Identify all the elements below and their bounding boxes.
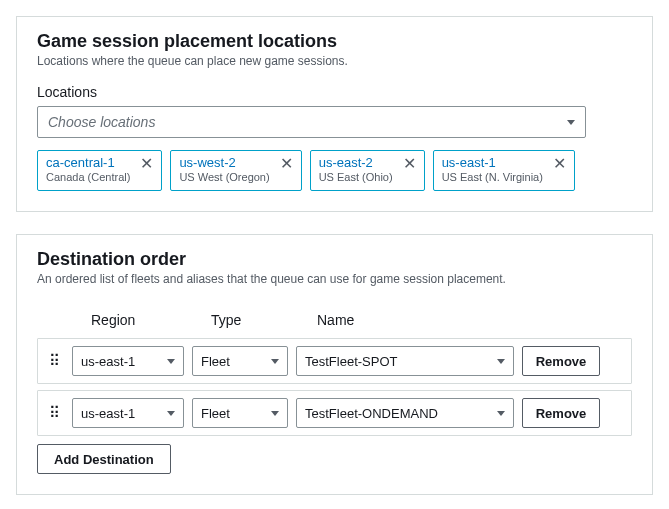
drag-handle-icon[interactable]: ⠿: [46, 404, 64, 422]
chevron-down-icon: [167, 359, 175, 364]
name-select[interactable]: TestFleet-ONDEMAND: [296, 398, 514, 428]
destination-title: Destination order: [37, 249, 632, 270]
tag-code: us-east-1: [442, 155, 543, 171]
chevron-down-icon: [167, 411, 175, 416]
destination-row: ⠿ us-east-1 Fleet TestFleet-ONDEMAND Rem…: [37, 390, 632, 436]
region-value: us-east-1: [81, 354, 135, 369]
placement-locations-panel: Game session placement locations Locatio…: [16, 16, 653, 212]
region-select[interactable]: us-east-1: [72, 398, 184, 428]
destination-table-header: Region Type Name: [37, 302, 632, 338]
close-icon[interactable]: ✕: [280, 155, 293, 172]
name-value: TestFleet-SPOT: [305, 354, 397, 369]
panel-header: Destination order An ordered list of fle…: [17, 235, 652, 298]
name-value: TestFleet-ONDEMAND: [305, 406, 438, 421]
tag-name: US East (N. Virginia): [442, 171, 543, 185]
region-select[interactable]: us-east-1: [72, 346, 184, 376]
remove-button[interactable]: Remove: [522, 346, 600, 376]
placement-title: Game session placement locations: [37, 31, 632, 52]
location-tag: us-west-2 US West (Oregon) ✕: [170, 150, 301, 191]
location-tag: us-east-1 US East (N. Virginia) ✕: [433, 150, 575, 191]
close-icon[interactable]: ✕: [403, 155, 416, 172]
col-name: Name: [317, 312, 547, 328]
type-select[interactable]: Fleet: [192, 398, 288, 428]
type-select[interactable]: Fleet: [192, 346, 288, 376]
name-select[interactable]: TestFleet-SPOT: [296, 346, 514, 376]
close-icon[interactable]: ✕: [553, 155, 566, 172]
tag-code: us-east-2: [319, 155, 393, 171]
chevron-down-icon: [271, 411, 279, 416]
tag-code: ca-central-1: [46, 155, 130, 171]
add-destination-button[interactable]: Add Destination: [37, 444, 171, 474]
destination-order-panel: Destination order An ordered list of fle…: [16, 234, 653, 495]
destination-row: ⠿ us-east-1 Fleet TestFleet-SPOT Remove: [37, 338, 632, 384]
col-region: Region: [91, 312, 211, 328]
close-icon[interactable]: ✕: [140, 155, 153, 172]
col-type: Type: [211, 312, 317, 328]
chevron-down-icon: [497, 359, 505, 364]
type-value: Fleet: [201, 354, 230, 369]
type-value: Fleet: [201, 406, 230, 421]
chevron-down-icon: [271, 359, 279, 364]
tag-name: Canada (Central): [46, 171, 130, 185]
tag-name: US West (Oregon): [179, 171, 269, 185]
location-tag: ca-central-1 Canada (Central) ✕: [37, 150, 162, 191]
placement-desc: Locations where the queue can place new …: [37, 54, 632, 68]
destination-desc: An ordered list of fleets and aliases th…: [37, 272, 632, 286]
tag-name: US East (Ohio): [319, 171, 393, 185]
locations-select[interactable]: Choose locations: [37, 106, 586, 138]
location-tags: ca-central-1 Canada (Central) ✕ us-west-…: [37, 150, 632, 191]
region-value: us-east-1: [81, 406, 135, 421]
chevron-down-icon: [567, 120, 575, 125]
remove-button[interactable]: Remove: [522, 398, 600, 428]
location-tag: us-east-2 US East (Ohio) ✕: [310, 150, 425, 191]
tag-code: us-west-2: [179, 155, 269, 171]
locations-placeholder: Choose locations: [48, 114, 155, 130]
panel-header: Game session placement locations Locatio…: [17, 17, 652, 80]
drag-handle-icon[interactable]: ⠿: [46, 352, 64, 370]
locations-label: Locations: [37, 84, 632, 100]
chevron-down-icon: [497, 411, 505, 416]
